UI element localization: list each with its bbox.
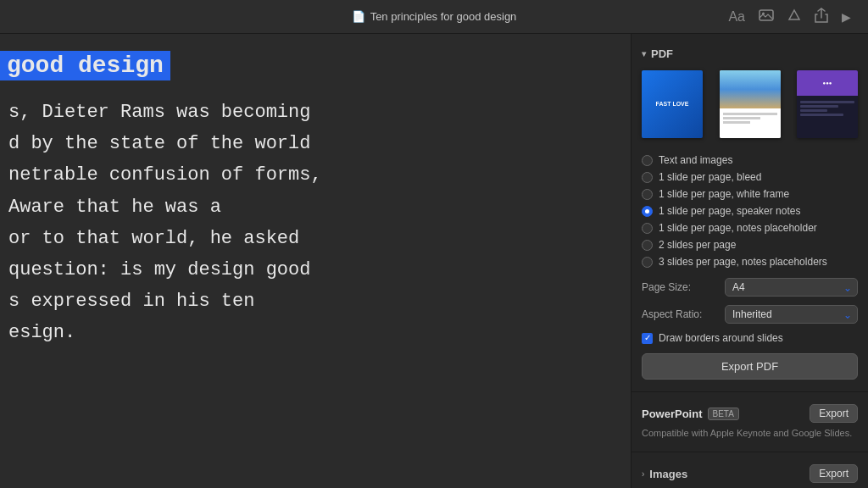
images-section: › Images Export xyxy=(632,459,868,488)
powerpoint-row: PowerPoint BETA Export xyxy=(632,399,868,428)
radio-bleed[interactable]: 1 slide per page, bleed xyxy=(642,169,858,186)
play-icon[interactable]: ▶ xyxy=(842,10,851,24)
doc-line-3: netrable confusion of forms, xyxy=(8,160,622,190)
images-label-wrap[interactable]: › Images xyxy=(642,468,687,480)
right-panel: ▾ PDF FAST LOVE xyxy=(631,34,868,488)
aspect-ratio-label: Aspect Ratio: xyxy=(642,308,718,320)
shape-icon[interactable] xyxy=(787,8,801,25)
draw-borders-checkbox[interactable]: ✓ xyxy=(642,333,653,344)
radio-circle-2 xyxy=(642,172,653,183)
image-icon[interactable] xyxy=(759,9,774,25)
radio-label-1: Text and images xyxy=(659,154,732,166)
thumb-2-text xyxy=(720,108,781,138)
divider-1 xyxy=(632,391,868,392)
radio-circle-7 xyxy=(642,257,653,268)
pdf-section-header[interactable]: ▾ PDF xyxy=(632,42,868,65)
doc-line-6: question: is my design good xyxy=(8,255,622,285)
thumbnail-2[interactable] xyxy=(720,70,781,138)
doc-icon: 📄 xyxy=(352,10,365,23)
radio-3-slides[interactable]: 3 slides per page, notes placeholders xyxy=(642,253,858,270)
window-title: 📄 Ten principles for good design xyxy=(352,10,517,23)
radio-label-6: 2 slides per page xyxy=(659,239,736,251)
divider-2 xyxy=(632,452,868,452)
radio-label-7: 3 slides per page, notes placeholders xyxy=(659,256,827,268)
checkmark-icon: ✓ xyxy=(644,334,651,342)
share-icon[interactable] xyxy=(815,8,828,26)
pdf-chevron-icon: ▾ xyxy=(642,49,646,58)
powerpoint-export-button[interactable]: Export xyxy=(810,404,858,423)
pdf-section-label: PDF xyxy=(651,47,673,60)
radio-white-frame[interactable]: 1 slide per page, white frame xyxy=(642,186,858,202)
thumbnail-1[interactable]: FAST LOVE xyxy=(642,70,703,138)
thumbnail-3[interactable]: ●●● xyxy=(797,70,858,138)
doc-line-4: Aware that he was a xyxy=(8,192,622,222)
doc-body: s, Dieter Rams was becoming d by the sta… xyxy=(0,97,622,348)
radio-circle-4 xyxy=(642,206,653,217)
images-label: Images xyxy=(649,468,687,480)
doc-line-8: esign. xyxy=(8,318,622,347)
draw-borders-row[interactable]: ✓ Draw borders around slides xyxy=(632,328,868,348)
radio-circle-5 xyxy=(642,223,653,234)
compat-text: Compatible with Apple Keynote and Google… xyxy=(632,428,868,445)
thumb-3-body xyxy=(797,96,858,138)
aspect-ratio-select-wrap[interactable]: Inherited 16:9 4:3 xyxy=(725,305,858,324)
page-size-select-wrap[interactable]: A4 Letter A3 xyxy=(725,278,858,297)
doc-line-5: or to that world, he asked xyxy=(8,224,622,253)
font-icon[interactable]: Aa xyxy=(728,9,745,25)
radio-label-3: 1 slide per page, white frame xyxy=(659,188,789,200)
doc-line-1: s, Dieter Rams was becoming xyxy=(8,97,622,127)
thumb-2-image xyxy=(720,70,781,108)
radio-notes-placeholder[interactable]: 1 slide per page, notes placeholder xyxy=(642,219,858,236)
page-size-row: Page Size: A4 Letter A3 xyxy=(632,274,868,301)
radio-circle-6 xyxy=(642,240,653,251)
thumbnails-row: FAST LOVE ●●● xyxy=(632,65,868,148)
draw-borders-label: Draw borders around slides xyxy=(659,332,783,344)
doc-line-7: s expressed in his ten xyxy=(8,286,622,316)
doc-line-2: d by the state of the world xyxy=(8,129,622,158)
powerpoint-label-wrap: PowerPoint BETA xyxy=(642,408,739,420)
titlebar: 📄 Ten principles for good design Aa ▶ xyxy=(0,0,868,34)
radio-label-5: 1 slide per page, notes placeholder xyxy=(659,222,817,234)
powerpoint-label: PowerPoint xyxy=(642,408,703,420)
radio-speaker-notes[interactable]: 1 slide per page, speaker notes xyxy=(642,202,858,219)
main-content: good design s, Dieter Rams was becoming … xyxy=(0,34,868,488)
images-chevron-icon: › xyxy=(642,469,644,479)
radio-label-4: 1 slide per page, speaker notes xyxy=(659,205,800,217)
radio-circle-1 xyxy=(642,155,653,166)
aspect-ratio-row: Aspect Ratio: Inherited 16:9 4:3 xyxy=(632,301,868,328)
beta-badge: BETA xyxy=(708,408,739,420)
page-size-select[interactable]: A4 Letter A3 xyxy=(725,278,858,297)
toolbar-icons: Aa ▶ xyxy=(728,8,851,26)
export-pdf-button[interactable]: Export PDF xyxy=(642,353,858,380)
page-size-label: Page Size: xyxy=(642,281,718,293)
aspect-ratio-select[interactable]: Inherited 16:9 4:3 xyxy=(725,305,858,324)
radio-circle-3 xyxy=(642,189,653,200)
radio-2-slides[interactable]: 2 slides per page xyxy=(642,236,858,253)
images-export-button[interactable]: Export xyxy=(810,464,858,483)
doc-panel: good design s, Dieter Rams was becoming … xyxy=(0,34,631,488)
doc-title-highlight: good design xyxy=(0,51,170,80)
radio-group: Text and images 1 slide per page, bleed … xyxy=(632,148,868,274)
radio-text-images[interactable]: Text and images xyxy=(642,152,858,169)
radio-label-2: 1 slide per page, bleed xyxy=(659,171,761,183)
thumb-1-text: FAST LOVE xyxy=(653,97,693,111)
thumb-3-header: ●●● xyxy=(797,70,858,96)
